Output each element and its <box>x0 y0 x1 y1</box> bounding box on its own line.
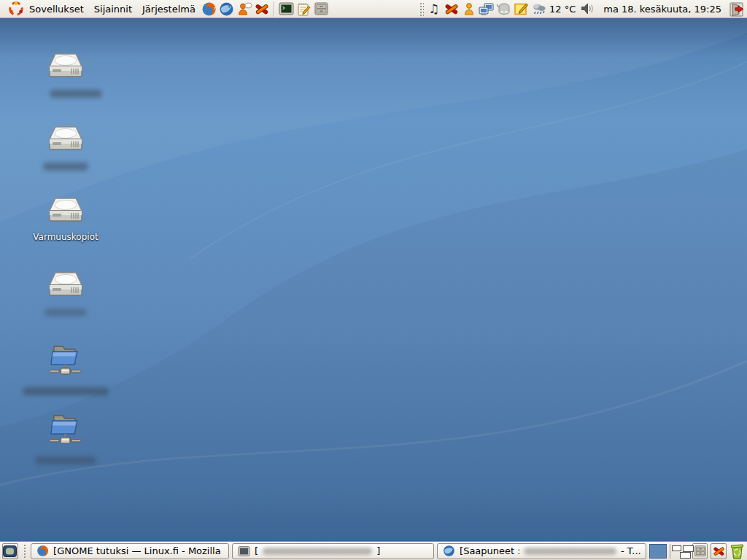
desktop-icon-drive-2[interactable] <box>20 125 111 171</box>
archive-manager-icon <box>694 545 707 557</box>
redacted-window-title <box>524 548 616 555</box>
ubuntu-logo-icon <box>7 0 25 18</box>
kettle-tray-icon[interactable] <box>495 0 513 18</box>
text-editor-launcher-icon[interactable] <box>295 0 313 18</box>
desktop-icon-drive-varmuuskopiot[interactable]: Varmuuskopiot <box>20 196 111 242</box>
messenger-person-launcher-icon[interactable] <box>236 0 253 18</box>
panel-separator <box>274 1 275 17</box>
xchat-tray-icon[interactable] <box>443 0 460 18</box>
desktop-wallpaper: Varmuuskopiot <box>0 18 747 541</box>
weather-temperature[interactable]: 12 °C <box>549 4 576 15</box>
sticky-notes-tray-icon[interactable] <box>513 0 530 18</box>
workspace-switcher-workspace-1[interactable] <box>649 544 667 559</box>
clock-applet[interactable]: ma 18. kesäkuuta, 19:25 <box>603 4 721 15</box>
xchat-icon <box>712 545 726 558</box>
hard-drive-icon <box>47 196 84 229</box>
taskbar-window-terminal[interactable]: [ ] <box>232 543 434 559</box>
music-player-tray-icon[interactable]: ♫ <box>425 0 443 18</box>
hard-drive-icon <box>47 52 84 85</box>
pager-window-outline <box>683 545 694 552</box>
window-title-suffix: ] <box>376 545 380 556</box>
hard-drive-icon <box>47 271 84 303</box>
firefox-launcher-icon[interactable] <box>201 0 218 18</box>
menu-system[interactable]: Järjestelmä <box>137 0 201 18</box>
trash-icon <box>729 542 745 559</box>
wallpaper-curves <box>0 18 747 541</box>
archive-manager-launcher-icon[interactable] <box>313 0 330 18</box>
desktop-icon-network-folder-1[interactable] <box>20 339 111 395</box>
menu-places[interactable]: Sijainnit <box>89 0 137 18</box>
network-folder-icon <box>45 339 86 382</box>
redacted-window-title <box>263 548 372 555</box>
drive-label: Varmuuskopiot <box>20 232 111 242</box>
network-computers-tray-icon[interactable] <box>478 0 495 18</box>
terminal-launcher-icon[interactable] <box>278 0 295 18</box>
menu-applications[interactable]: Sovellukset <box>2 0 89 18</box>
thunderbird-launcher-icon[interactable] <box>218 0 236 18</box>
weather-rain-cloud-icon[interactable] <box>530 0 548 18</box>
hard-drive-icon <box>47 125 84 158</box>
thunderbird-task-icon <box>443 545 455 557</box>
desktop-icon-drive-1[interactable] <box>20 52 111 98</box>
taskbar-window-thunderbird[interactable]: [Saapuneet : - T... <box>437 543 646 559</box>
redacted-label <box>43 163 88 171</box>
user-presence-tray-icon[interactable] <box>460 0 478 18</box>
redacted-label <box>35 456 96 464</box>
window-title-prefix: [ <box>255 545 258 556</box>
top-panel: Sovellukset Sijainnit Järjestelmä <box>0 0 747 18</box>
window-title-prefix: [Saapuneet : <box>460 545 519 556</box>
menu-system-label: Järjestelmä <box>142 0 196 18</box>
xchat-launcher-icon[interactable] <box>253 0 271 18</box>
menu-applications-label: Sovellukset <box>29 0 84 18</box>
pager-window-outline <box>680 552 691 559</box>
tray-drag-handle[interactable] <box>419 1 424 17</box>
network-folder-icon <box>45 408 86 451</box>
show-desktop-button[interactable] <box>2 543 18 559</box>
tasklist-drag-handle[interactable] <box>23 543 26 559</box>
pager-window-outline <box>672 545 681 551</box>
redacted-label <box>44 308 87 316</box>
redacted-label <box>50 90 102 98</box>
bottom-panel: [GNOME tutuksi — Linux.fi - Mozilla F...… <box>0 541 747 560</box>
terminal-task-icon <box>238 545 250 557</box>
archive-manager-panel-button[interactable] <box>692 543 708 559</box>
logout-door-icon[interactable] <box>727 0 745 18</box>
workspace-switcher-workspace-2[interactable] <box>670 544 689 559</box>
trash-applet[interactable] <box>729 542 745 559</box>
window-title-suffix: - T... <box>621 545 640 556</box>
menu-places-label: Sijainnit <box>94 0 132 18</box>
window-title: [GNOME tutuksi — Linux.fi - Mozilla F... <box>53 545 223 556</box>
show-desktop-icon <box>3 545 17 557</box>
desktop-icon-network-folder-2[interactable] <box>20 408 111 464</box>
redacted-label <box>23 387 109 395</box>
firefox-task-icon <box>36 545 49 557</box>
desktop-icon-drive-4[interactable] <box>20 271 111 316</box>
notification-area: ♫ <box>417 0 745 18</box>
taskbar-window-firefox[interactable]: [GNOME tutuksi — Linux.fi - Mozilla F... <box>31 543 229 559</box>
volume-speaker-icon[interactable] <box>578 0 596 18</box>
xchat-panel-button[interactable] <box>711 543 727 559</box>
gnome-desktop-screen: Sovellukset Sijainnit Järjestelmä <box>0 0 747 560</box>
